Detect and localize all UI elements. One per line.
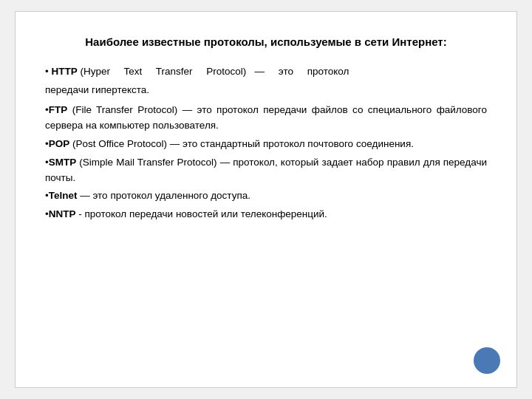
telnet-label: Telnet bbox=[49, 190, 78, 201]
smtp-label: SMTP bbox=[49, 157, 77, 168]
bullet-pop: •POP (Post Office Protocol) — это станда… bbox=[45, 137, 487, 152]
nntp-rest: - протокол передачи новостей или телекон… bbox=[75, 208, 327, 219]
http-line1: (Hyper Text Transfer Protocol) — это про… bbox=[78, 66, 349, 77]
bullet-ftp: •FTP (File Transfer Protocol) — это прот… bbox=[45, 103, 487, 134]
ftp-label: FTP bbox=[49, 104, 68, 115]
slide-title: Наиболее известные протоколы, используем… bbox=[45, 34, 487, 50]
smtp-rest: (Simple Mail Transfer Protocol) — проток… bbox=[45, 157, 487, 183]
bullet-http: • HTTP (Hyper Text Transfer Protocol) — … bbox=[45, 64, 487, 80]
bullet-smtp: •SMTP (Simple Mail Transfer Protocol) — … bbox=[45, 155, 487, 186]
pop-rest: (Post Office Protocol) — это стандартный… bbox=[69, 138, 414, 149]
circle-button[interactable] bbox=[474, 347, 500, 374]
pop-label: POP bbox=[49, 138, 70, 149]
telnet-rest: — это протокол удаленного доступа. bbox=[78, 190, 251, 201]
ftp-rest: (File Transfer Protocol) — это протокол … bbox=[45, 104, 487, 131]
http-label: HTTP bbox=[49, 66, 78, 77]
bullet-nntp: •NNTP - протокол передачи новостей или т… bbox=[45, 207, 487, 222]
nntp-label: NNTP bbox=[49, 208, 76, 219]
slide: Наиболее известные протоколы, используем… bbox=[15, 11, 517, 388]
http-line2: передачи гипертекста. bbox=[45, 83, 487, 98]
bullet-telnet: •Telnet — это протокол удаленного доступ… bbox=[45, 188, 487, 204]
content-area: • HTTP (Hyper Text Transfer Protocol) — … bbox=[45, 64, 487, 225]
